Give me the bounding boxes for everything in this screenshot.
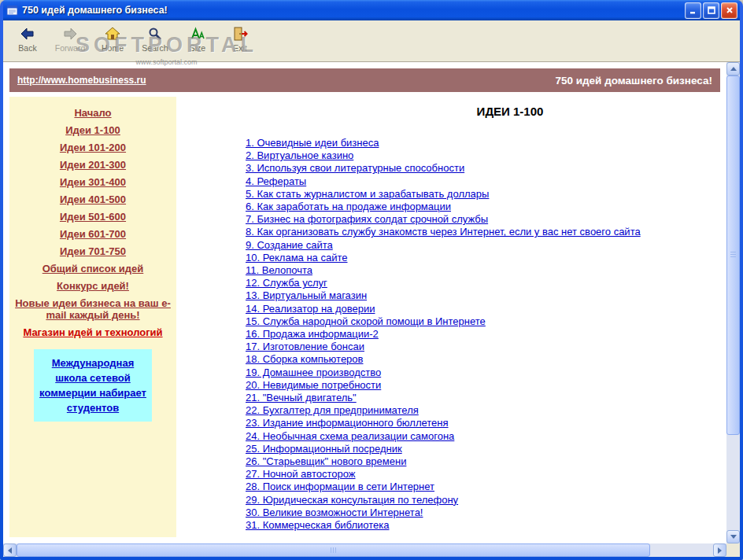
home-button[interactable]: Home [94, 24, 131, 53]
page: http://www.homebusiness.ru 750 идей дома… [3, 62, 726, 543]
idea-link[interactable]: 31. Коммерческая библиотека [246, 519, 643, 532]
size-button[interactable]: Size [179, 24, 216, 53]
sidebar-item[interactable]: Конкурс идей! [14, 280, 172, 292]
minimize-icon [689, 6, 698, 15]
idea-link[interactable]: 12. Служба услуг [246, 277, 643, 289]
sidebar: НачалоИдеи 1-100Идеи 101-200Идеи 201-300… [9, 97, 176, 537]
sidebar-item[interactable]: Идеи 101-200 [14, 142, 172, 153]
idea-link[interactable]: 23. Издание информационного бюллетеня [246, 417, 643, 429]
exit-door-icon [231, 25, 249, 42]
forward-button[interactable]: Forward [52, 24, 88, 53]
maximize-button[interactable] [703, 2, 719, 19]
search-button[interactable]: Search [137, 24, 173, 53]
idea-link[interactable]: 18. Сборка компьютеров [246, 353, 643, 366]
idea-link[interactable]: 10. Реклама на сайте [246, 252, 643, 264]
idea-link[interactable]: 30. Великие возможности Интернета! [246, 507, 643, 519]
sidebar-item[interactable]: Начало [14, 107, 172, 119]
idea-link[interactable]: 27. Ночной автосторож [246, 468, 643, 481]
sidebar-item[interactable]: Общий список идей [14, 263, 172, 274]
forward-arrow-icon [61, 25, 79, 42]
idea-link[interactable]: 17. Изготовление бонсаи [246, 341, 643, 353]
vertical-scroll-thumb[interactable] [726, 76, 740, 435]
main-content: ИДЕИ 1-100 1. Очевидные идеи бизнеса2. В… [176, 97, 720, 537]
exit-label: Exit [233, 43, 247, 53]
sidebar-item[interactable]: Идеи 301-400 [14, 176, 172, 188]
arrow-up-icon [730, 67, 737, 71]
arrow-right-icon [718, 547, 722, 554]
scroll-up-button[interactable] [726, 62, 740, 76]
idea-link[interactable]: 2. Виртуальное казино [246, 149, 643, 162]
sidebar-nav: НачалоИдеи 1-100Идеи 101-200Идеи 201-300… [9, 107, 176, 338]
scroll-right-button[interactable] [713, 543, 726, 557]
close-button[interactable] [721, 2, 737, 19]
idea-link[interactable]: 26. "Старьевщик" нового времени [246, 455, 643, 468]
horizontal-scroll-thumb[interactable] [17, 543, 650, 557]
sidebar-item[interactable]: Идеи 501-600 [14, 211, 172, 223]
idea-link[interactable]: 24. Необычная схема реализации самогона [246, 430, 643, 443]
sidebar-item[interactable]: Новые идеи бизнеса на ваш e-mail каждый … [14, 297, 172, 321]
idea-link[interactable]: 1. Очевидные идеи бизнеса [246, 137, 643, 149]
sidebar-item[interactable]: Идеи 401-500 [14, 193, 172, 205]
page-header: http://www.homebusiness.ru 750 идей дома… [9, 68, 720, 92]
scrollbar-corner [726, 543, 740, 557]
arrow-left-icon [8, 547, 12, 554]
back-label: Back [18, 43, 36, 53]
sidebar-item[interactable]: Идеи 1-100 [14, 124, 172, 136]
page-header-title: 750 идей домашнего бизнеса! [555, 75, 712, 87]
idea-link[interactable]: 13. Виртуальный магазин [246, 289, 643, 302]
forward-label: Forward [55, 43, 86, 53]
idea-link[interactable]: 8. Как организовать службу знакомств чер… [246, 226, 643, 238]
back-arrow-icon [19, 25, 36, 42]
promo-box: Международная школа сетевой коммерции на… [34, 349, 152, 422]
idea-link[interactable]: 16. Продажа информации-2 [246, 328, 643, 341]
idea-link[interactable]: 21. "Вечный двигатель" [246, 392, 643, 404]
idea-link[interactable]: 25. Информационный посредник [246, 443, 643, 455]
vertical-scroll-track[interactable] [726, 76, 740, 530]
horizontal-scrollbar[interactable] [3, 543, 726, 557]
idea-link[interactable]: 6. Как заработать на продаже информации [246, 201, 643, 213]
idea-link[interactable]: 7. Бизнес на фотографиях солдат срочной … [246, 213, 643, 226]
idea-link[interactable]: 11. Велопочта [246, 264, 643, 277]
sidebar-item[interactable]: Идеи 201-300 [14, 159, 172, 171]
window-title: 750 идей домашнего бизнеса! [22, 5, 685, 16]
idea-link[interactable]: 19. Домашнее производство [246, 367, 643, 379]
maximize-icon [707, 6, 716, 15]
title-bar[interactable]: 750 идей домашнего бизнеса! [3, 0, 740, 20]
idea-link[interactable]: 20. Невидимые потребности [246, 379, 643, 392]
vertical-scrollbar[interactable] [726, 62, 740, 543]
idea-link[interactable]: 9. Создание сайта [246, 239, 643, 252]
homebusiness-url-link[interactable]: http://www.homebusiness.ru [17, 75, 146, 86]
idea-list: 1. Очевидные идеи бизнеса2. Виртуальное … [246, 137, 643, 532]
idea-link[interactable]: 15. Служба народной скорой помощи в Инте… [246, 315, 643, 328]
font-size-icon [189, 25, 206, 42]
arrow-down-icon [730, 535, 737, 539]
client-area: Back Forward Home [3, 20, 740, 557]
idea-link[interactable]: 4. Рефераты [246, 175, 643, 188]
idea-link[interactable]: 3. Используя свои литературные способнос… [246, 162, 643, 175]
sidebar-item[interactable]: Магазин идей и технологий [14, 326, 172, 338]
app-window: 750 идей домашнего бизнеса! Back [0, 0, 743, 560]
search-label: Search [142, 43, 168, 53]
exit-button[interactable]: Exit [222, 24, 258, 53]
home-label: Home [102, 43, 124, 53]
back-button[interactable]: Back [9, 24, 46, 53]
sidebar-item[interactable]: Идеи 601-700 [14, 228, 172, 240]
idea-link[interactable]: 29. Юридическая консультация по телефону [246, 494, 643, 507]
minimize-button[interactable] [685, 2, 701, 19]
app-icon [6, 4, 19, 17]
search-icon [146, 25, 164, 42]
promo-link[interactable]: Международная школа сетевой коммерции на… [37, 356, 149, 415]
page-title: ИДЕИ 1-100 [246, 105, 720, 118]
horizontal-scroll-track[interactable] [17, 543, 713, 557]
size-label: Size [190, 43, 205, 53]
idea-link[interactable]: 28. Поиск информации в сети Интернет [246, 481, 643, 493]
toolbar: Back Forward Home [3, 20, 740, 62]
idea-link[interactable]: 22. Бухгалтер для предпринимателя [246, 404, 643, 417]
sidebar-item[interactable]: Идеи 701-750 [14, 245, 172, 257]
close-icon [725, 6, 734, 15]
home-icon [104, 25, 121, 42]
idea-link[interactable]: 14. Реализатор на доверии [246, 303, 643, 315]
scroll-left-button[interactable] [3, 543, 17, 557]
idea-link[interactable]: 5. Как стать журналистом и зарабатывать … [246, 188, 643, 201]
scroll-down-button[interactable] [726, 530, 740, 543]
